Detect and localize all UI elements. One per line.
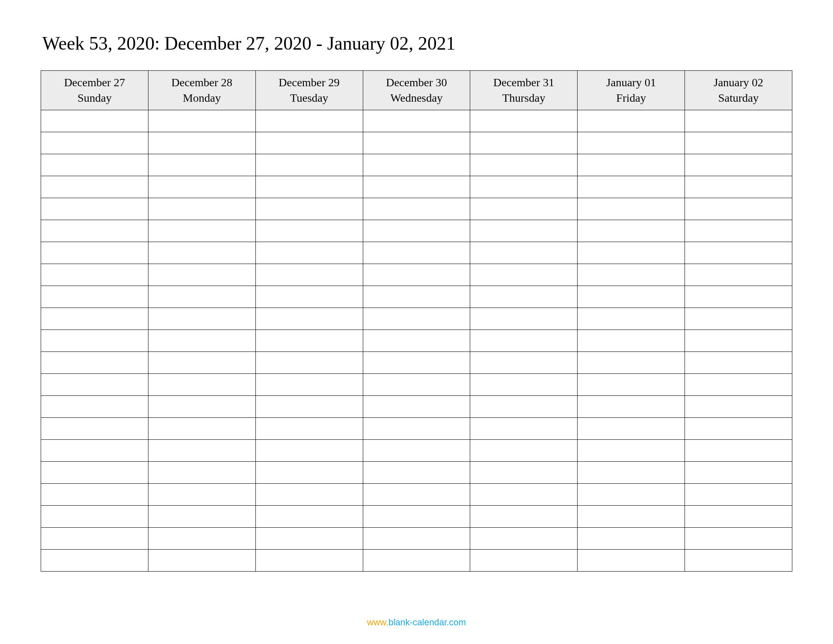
calendar-cell — [255, 483, 363, 505]
calendar-cell — [363, 461, 470, 483]
column-day: Monday — [152, 90, 252, 106]
column-header-friday: January 01 Friday — [578, 71, 685, 110]
calendar-cell — [363, 417, 470, 439]
calendar-cell — [578, 549, 685, 571]
calendar-cell — [578, 132, 685, 154]
calendar-cell — [578, 373, 685, 395]
calendar-cell — [578, 110, 685, 132]
column-date: December 27 — [44, 75, 145, 90]
calendar-cell — [363, 176, 470, 198]
calendar-cell — [41, 132, 148, 154]
column-header-saturday: January 02 Saturday — [685, 71, 792, 110]
calendar-cell — [578, 395, 685, 417]
calendar-cell — [255, 549, 363, 571]
column-header-tuesday: December 29 Tuesday — [255, 71, 363, 110]
calendar-cell — [255, 395, 363, 417]
calendar-cell — [363, 110, 470, 132]
weekly-calendar-table: December 27 Sunday December 28 Monday De… — [41, 70, 792, 572]
calendar-cell — [685, 439, 792, 461]
calendar-cell — [685, 176, 792, 198]
column-date: December 31 — [473, 75, 574, 90]
calendar-cell — [363, 132, 470, 154]
calendar-row — [41, 286, 792, 308]
calendar-cell — [255, 505, 363, 527]
calendar-cell — [470, 176, 578, 198]
calendar-cell — [685, 483, 792, 505]
column-header-thursday: December 31 Thursday — [470, 71, 578, 110]
calendar-cell — [578, 264, 685, 286]
column-date: December 30 — [366, 75, 467, 90]
calendar-cell — [470, 264, 578, 286]
calendar-cell — [148, 308, 255, 330]
footer-link: www.blank-calendar.com — [41, 609, 792, 628]
calendar-row — [41, 264, 792, 286]
column-day: Thursday — [473, 90, 574, 106]
calendar-cell — [578, 417, 685, 439]
calendar-cell — [470, 483, 578, 505]
column-header-monday: December 28 Monday — [148, 71, 255, 110]
calendar-cell — [363, 308, 470, 330]
calendar-cell — [41, 527, 148, 549]
calendar-cell — [470, 132, 578, 154]
calendar-row — [41, 417, 792, 439]
calendar-cell — [41, 264, 148, 286]
calendar-cell — [470, 154, 578, 176]
calendar-cell — [578, 220, 685, 242]
calendar-cell — [41, 198, 148, 220]
calendar-cell — [41, 373, 148, 395]
calendar-cell — [41, 242, 148, 264]
calendar-row — [41, 242, 792, 264]
calendar-cell — [41, 110, 148, 132]
calendar-cell — [470, 286, 578, 308]
page-title: Week 53, 2020: December 27, 2020 - Janua… — [42, 33, 792, 54]
calendar-cell — [470, 395, 578, 417]
calendar-cell — [148, 395, 255, 417]
calendar-cell — [578, 242, 685, 264]
calendar-cell — [470, 373, 578, 395]
calendar-cell — [363, 373, 470, 395]
calendar-cell — [148, 505, 255, 527]
calendar-cell — [148, 110, 255, 132]
calendar-cell — [363, 527, 470, 549]
calendar-cell — [470, 527, 578, 549]
calendar-cell — [41, 395, 148, 417]
calendar-row — [41, 330, 792, 351]
column-date: January 01 — [581, 75, 681, 90]
calendar-cell — [470, 439, 578, 461]
calendar-cell — [685, 132, 792, 154]
calendar-cell — [685, 242, 792, 264]
footer-domain: blank-calendar.com — [388, 617, 466, 627]
calendar-cell — [148, 220, 255, 242]
calendar-cell — [685, 286, 792, 308]
calendar-cell — [363, 220, 470, 242]
calendar-cell — [148, 527, 255, 549]
calendar-cell — [685, 198, 792, 220]
calendar-row — [41, 220, 792, 242]
calendar-cell — [578, 176, 685, 198]
calendar-cell — [470, 461, 578, 483]
column-day: Saturday — [688, 90, 789, 106]
calendar-cell — [578, 505, 685, 527]
calendar-cell — [363, 505, 470, 527]
calendar-cell — [578, 351, 685, 373]
calendar-row — [41, 527, 792, 549]
calendar-cell — [148, 198, 255, 220]
calendar-cell — [470, 220, 578, 242]
calendar-cell — [470, 549, 578, 571]
calendar-cell — [363, 286, 470, 308]
calendar-cell — [148, 549, 255, 571]
calendar-cell — [41, 461, 148, 483]
calendar-cell — [685, 505, 792, 527]
calendar-cell — [470, 351, 578, 373]
column-day: Tuesday — [259, 90, 360, 106]
calendar-cell — [578, 461, 685, 483]
calendar-cell — [685, 417, 792, 439]
calendar-cell — [41, 483, 148, 505]
calendar-cell — [148, 417, 255, 439]
calendar-row — [41, 461, 792, 483]
calendar-cell — [41, 286, 148, 308]
calendar-row — [41, 483, 792, 505]
calendar-row — [41, 154, 792, 176]
calendar-cell — [255, 198, 363, 220]
calendar-cell — [470, 505, 578, 527]
